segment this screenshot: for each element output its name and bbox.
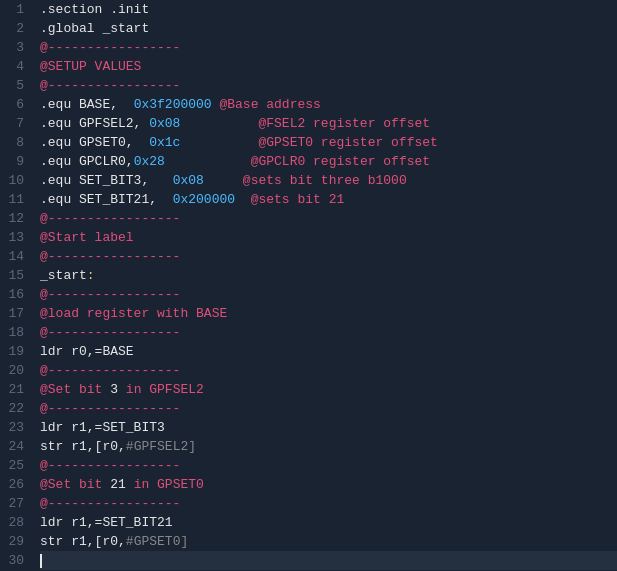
- line-number: 14: [0, 247, 24, 266]
- code-line: ldr r0,=BASE: [40, 342, 617, 361]
- code-line: .global _start: [40, 19, 617, 38]
- code-line: @-----------------: [40, 323, 617, 342]
- code-line: @Set bit 3 in GPFSEL2: [40, 380, 617, 399]
- code-line: .equ GPCLR0,0x28 @GPCLR0 register offset: [40, 152, 617, 171]
- code-line: @-----------------: [40, 494, 617, 513]
- code-line: @-----------------: [40, 38, 617, 57]
- line-number: 15: [0, 266, 24, 285]
- code-line: @-----------------: [40, 285, 617, 304]
- code-line: @-----------------: [40, 399, 617, 418]
- code-line: @Start label: [40, 228, 617, 247]
- line-number: 24: [0, 437, 24, 456]
- line-number: 5: [0, 76, 24, 95]
- code-line: @-----------------: [40, 209, 617, 228]
- code-line: .section .init: [40, 0, 617, 19]
- code-line: @load register with BASE: [40, 304, 617, 323]
- line-number: 1: [0, 0, 24, 19]
- line-number: 18: [0, 323, 24, 342]
- line-number: 6: [0, 95, 24, 114]
- line-number: 3: [0, 38, 24, 57]
- line-number: 12: [0, 209, 24, 228]
- line-number: 21: [0, 380, 24, 399]
- line-number: 11: [0, 190, 24, 209]
- line-number: 13: [0, 228, 24, 247]
- line-number: 23: [0, 418, 24, 437]
- code-line: str r1,[r0,#GPSET0]: [40, 532, 617, 551]
- code-line: @-----------------: [40, 247, 617, 266]
- code-line: @-----------------: [40, 76, 617, 95]
- line-number: 17: [0, 304, 24, 323]
- line-number: 9: [0, 152, 24, 171]
- line-number: 10: [0, 171, 24, 190]
- line-number: 19: [0, 342, 24, 361]
- code-line: _start:: [40, 266, 617, 285]
- code-line: ldr r1,=SET_BIT21: [40, 513, 617, 532]
- line-number: 16: [0, 285, 24, 304]
- code-line: @-----------------: [40, 361, 617, 380]
- line-number: 8: [0, 133, 24, 152]
- line-number: 22: [0, 399, 24, 418]
- code-line: .equ SET_BIT3, 0x08 @sets bit three b100…: [40, 171, 617, 190]
- line-number: 2: [0, 19, 24, 38]
- line-number: 20: [0, 361, 24, 380]
- line-number: 7: [0, 114, 24, 133]
- code-line: @SETUP VALUES: [40, 57, 617, 76]
- code-line: @-----------------: [40, 456, 617, 475]
- line-number: 28: [0, 513, 24, 532]
- code-line: .equ GPSET0, 0x1c @GPSET0 register offse…: [40, 133, 617, 152]
- line-number: 30: [0, 551, 24, 570]
- line-number: 29: [0, 532, 24, 551]
- line-number-gutter: 1234567891011121314151617181920212223242…: [0, 0, 32, 571]
- code-editor: 1234567891011121314151617181920212223242…: [0, 0, 617, 571]
- code-line: .equ GPFSEL2, 0x08 @FSEL2 register offse…: [40, 114, 617, 133]
- code-line: .equ BASE, 0x3f200000 @Base address: [40, 95, 617, 114]
- line-number: 27: [0, 494, 24, 513]
- line-number: 4: [0, 57, 24, 76]
- code-line: ldr r1,=SET_BIT3: [40, 418, 617, 437]
- code-line: str r1,[r0,#GPFSEL2]: [40, 437, 617, 456]
- code-line: [40, 551, 617, 570]
- line-number: 26: [0, 475, 24, 494]
- line-number: 25: [0, 456, 24, 475]
- code-line: .equ SET_BIT21, 0x200000 @sets bit 21: [40, 190, 617, 209]
- code-content-area[interactable]: .section .init.global _start@-----------…: [32, 0, 617, 571]
- code-line: @Set bit 21 in GPSET0: [40, 475, 617, 494]
